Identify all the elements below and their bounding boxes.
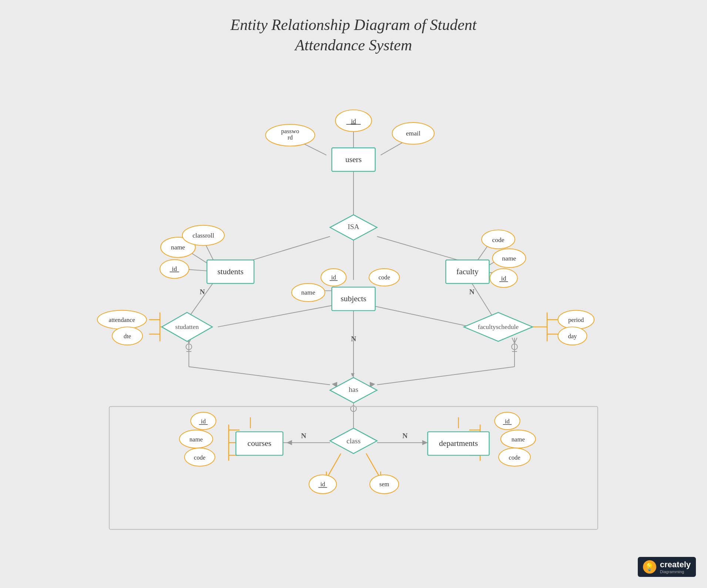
diagram-title: Entity Relationship Diagram of Student A… bbox=[0, 0, 707, 55]
students-name-attr: name bbox=[171, 243, 185, 251]
svg-marker-106 bbox=[422, 440, 428, 445]
courses-id-attr: id bbox=[201, 418, 206, 425]
subjects-name-attr: name bbox=[301, 289, 315, 296]
svg-line-36 bbox=[512, 338, 515, 343]
courses-name-attr: name bbox=[190, 436, 203, 443]
logo-bulb-icon: 💡 bbox=[643, 560, 656, 574]
svg-line-37 bbox=[515, 338, 517, 343]
users-password-attr2: rd bbox=[288, 134, 293, 141]
courses-code-attr: code bbox=[194, 454, 205, 461]
faculty-id-attr: id bbox=[501, 275, 506, 282]
departments-code-attr: code bbox=[509, 454, 520, 461]
facultyschedule-day-attr: day bbox=[568, 333, 577, 340]
faculty-name-attr: name bbox=[502, 255, 516, 262]
svg-line-46 bbox=[366, 454, 381, 479]
er-diagram-svg: users students faculty subjects courses … bbox=[37, 59, 670, 558]
n-label-2: N bbox=[469, 288, 475, 296]
diagram-area: users students faculty subjects courses … bbox=[37, 59, 670, 558]
svg-line-17 bbox=[218, 305, 334, 327]
courses-entity-label: courses bbox=[248, 439, 271, 448]
svg-marker-105 bbox=[287, 440, 292, 445]
has-label: has bbox=[349, 386, 358, 393]
n-label-subjects-has: N bbox=[351, 335, 356, 343]
faculty-code-attr: code bbox=[492, 236, 504, 243]
students-classroll-attr: classroll bbox=[192, 232, 214, 239]
creately-logo: 💡 creately Diagramming bbox=[638, 557, 696, 577]
faculty-entity-label: faculty bbox=[456, 267, 479, 276]
departments-name-attr: name bbox=[512, 436, 525, 443]
students-id-attr: id bbox=[172, 265, 177, 272]
svg-line-29 bbox=[189, 367, 330, 385]
logo-sub-text: Diagramming bbox=[660, 569, 691, 574]
main-container: Entity Relationship Diagram of Student A… bbox=[0, 0, 707, 588]
isa-label: ISA bbox=[348, 223, 359, 231]
subjects-code-attr: code bbox=[378, 274, 390, 281]
studatten-label: studatten bbox=[175, 323, 199, 330]
class-id-attr: id bbox=[320, 481, 325, 488]
facultyschedule-label: facultyschedule bbox=[478, 323, 519, 330]
class-label: class bbox=[346, 437, 361, 445]
users-id-attr: id bbox=[351, 117, 356, 125]
subjects-entity-label: subjects bbox=[341, 294, 366, 303]
students-entity-label: students bbox=[217, 267, 243, 276]
logo-text-block: creately Diagramming bbox=[660, 560, 691, 574]
departments-entity-label: departments bbox=[439, 439, 478, 448]
users-email-attr: email bbox=[406, 130, 420, 137]
n-label-1: N bbox=[200, 288, 205, 296]
class-sem-attr: sem bbox=[379, 481, 389, 488]
svg-line-45 bbox=[326, 454, 341, 479]
subjects-id-attr: id bbox=[331, 274, 336, 281]
n-label-courses: N bbox=[301, 432, 306, 440]
studatten-dte-attr: dte bbox=[124, 333, 131, 340]
users-entity-label: users bbox=[345, 155, 362, 164]
facultyschedule-period-attr: period bbox=[568, 316, 584, 323]
svg-line-1 bbox=[247, 236, 330, 262]
studatten-attendance-attr: attendance bbox=[109, 316, 135, 323]
svg-line-35 bbox=[377, 367, 515, 385]
svg-marker-61 bbox=[351, 373, 355, 377]
svg-line-19 bbox=[370, 305, 471, 327]
svg-line-2 bbox=[377, 236, 464, 262]
n-label-departments: N bbox=[402, 432, 408, 440]
departments-id-attr: id bbox=[505, 418, 510, 425]
logo-brand-name: creately bbox=[660, 560, 691, 569]
